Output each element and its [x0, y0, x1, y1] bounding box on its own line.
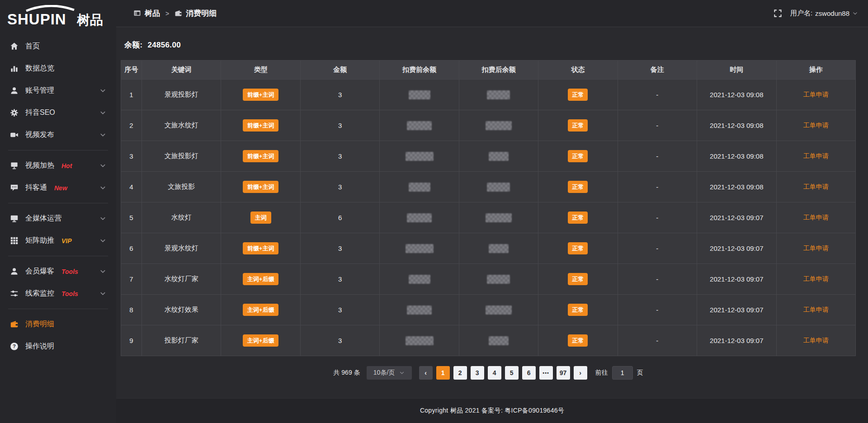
page-button-5[interactable]: 5 — [505, 366, 519, 380]
breadcrumb-item-app[interactable]: 树品 — [133, 8, 160, 19]
cell-action[interactable]: 工单申请 — [776, 233, 856, 264]
page-button-3[interactable]: 3 — [471, 366, 484, 380]
breadcrumb-separator: > — [165, 10, 169, 17]
cell-remark: - — [618, 202, 697, 233]
chevron-down-icon — [99, 132, 106, 138]
table-row: 7水纹灯厂家主词+后缀3正常-2021-12-03 09:07工单申请 — [121, 264, 856, 295]
cell-action[interactable]: 工单申请 — [776, 202, 856, 233]
page-size-select[interactable]: 10条/页 — [367, 366, 412, 380]
chevron-down-icon — [99, 109, 106, 116]
cell-keyword: 文旅水纹灯 — [142, 110, 221, 141]
sidebar-item-help[interactable]: ?操作说明 — [0, 335, 116, 357]
breadcrumb: 树品 > 消费明细 — [133, 8, 217, 19]
balance-value: 24856.00 — [148, 41, 181, 49]
cell-action[interactable]: 工单申请 — [776, 110, 856, 141]
cell-balance-before — [380, 80, 459, 110]
cell-action[interactable]: 工单申请 — [776, 264, 856, 295]
breadcrumb-item-current[interactable]: 消费明细 — [175, 8, 217, 19]
cell-index: 6 — [121, 233, 142, 264]
cell-balance-before — [380, 233, 459, 264]
ticket-request-link[interactable]: 工单申请 — [803, 244, 829, 252]
user-menu[interactable]: 用户名: zswodun88 — [790, 9, 858, 18]
ticket-request-link[interactable]: 工单申请 — [803, 122, 829, 129]
ticket-request-link[interactable]: 工单申请 — [803, 337, 829, 344]
ticket-request-link[interactable]: 工单申请 — [803, 152, 829, 160]
cell-action[interactable]: 工单申请 — [776, 141, 856, 172]
sidebar-item-douyin-seo[interactable]: 抖音SEO — [0, 102, 116, 124]
cell-status: 正常 — [538, 202, 618, 233]
cell-time: 2021-12-03 09:07 — [697, 325, 776, 356]
cell-index: 2 — [121, 110, 142, 141]
sidebar-item-video-publish[interactable]: 视频发布 — [0, 124, 116, 146]
menu-divider — [8, 203, 108, 203]
sidebar-item-home[interactable]: 首页 — [0, 35, 116, 57]
type-badge: 主词 — [250, 212, 271, 224]
cell-keyword: 水纹灯效果 — [142, 295, 221, 325]
page-button-4[interactable]: 4 — [488, 366, 501, 380]
cell-balance-after — [459, 264, 538, 295]
sidebar-item-douketong[interactable]: 抖客通New — [0, 177, 116, 199]
prev-page-button[interactable]: ‹ — [419, 366, 433, 380]
cell-amount: 3 — [300, 141, 379, 172]
cell-status: 正常 — [538, 264, 618, 295]
cell-time: 2021-12-03 09:07 — [697, 295, 776, 325]
ticket-request-link[interactable]: 工单申请 — [803, 91, 829, 98]
cell-index: 9 — [121, 325, 142, 356]
sidebar-item-label: 抖音SEO — [25, 108, 55, 118]
dashboard-icon — [133, 9, 141, 17]
sidebar-item-member-baoke[interactable]: 会员爆客Tools — [0, 260, 116, 282]
sidebar-item-data-overview[interactable]: 数据总览 — [0, 57, 116, 80]
sidebar-item-video-heat[interactable]: 视频加热Hot — [0, 155, 116, 177]
chevron-down-icon — [99, 215, 106, 222]
member-icon — [10, 267, 19, 276]
ticket-request-link[interactable]: 工单申请 — [803, 275, 829, 282]
sidebar-item-media-operation[interactable]: 全媒体运营 — [0, 207, 116, 230]
cell-index: 4 — [121, 172, 142, 202]
ticket-request-link[interactable]: 工单申请 — [803, 183, 829, 190]
sidebar-item-label: 消费明细 — [25, 320, 54, 329]
ticket-request-link[interactable]: 工单申请 — [803, 306, 829, 313]
goto-page-input[interactable] — [612, 366, 633, 380]
cell-action[interactable]: 工单申请 — [776, 80, 856, 110]
page-button-1[interactable]: 1 — [436, 366, 450, 380]
status-badge: 正常 — [568, 150, 588, 162]
main-area: 树品 > 消费明细 用户名: zswodun88 — [116, 0, 868, 423]
sidebar-item-clue-monitor[interactable]: 线索监控Tools — [0, 282, 116, 305]
chevron-down-icon — [99, 237, 106, 244]
app-root: SHUPIN 树品 首页数据总览账号管理抖音SEO视频发布视频加热Hot抖客通N… — [0, 0, 868, 423]
status-badge: 正常 — [568, 273, 588, 285]
breadcrumb-label: 树品 — [145, 8, 160, 19]
cell-type: 前缀+主词 — [221, 80, 300, 110]
pagination-total: 共 969 条 — [333, 369, 360, 377]
column-header: 操作 — [776, 61, 856, 80]
page-button-2[interactable]: 2 — [453, 366, 467, 380]
cell-balance-after — [459, 172, 538, 202]
sidebar-item-consume-detail[interactable]: 消费明细 — [0, 313, 116, 335]
cell-time: 2021-12-03 09:08 — [697, 141, 776, 172]
brand-logo-graphic: SHUPIN 树品 — [6, 5, 109, 28]
ticket-request-link[interactable]: 工单申请 — [803, 214, 829, 221]
sidebar-item-account-manage[interactable]: 账号管理 — [0, 80, 116, 102]
balance: 余额: 24856.00 — [124, 40, 856, 50]
balance-label: 余额: — [124, 41, 143, 49]
masked-value — [487, 275, 510, 284]
sidebar-item-matrix-boost[interactable]: 矩阵助推VIP — [0, 230, 116, 252]
cell-action[interactable]: 工单申请 — [776, 295, 856, 325]
cell-status: 正常 — [538, 172, 618, 202]
chat-icon — [10, 183, 19, 192]
cell-action[interactable]: 工单申请 — [776, 172, 856, 202]
column-header: 关键词 — [142, 61, 221, 80]
cell-balance-before — [380, 325, 459, 356]
fullscreen-icon[interactable] — [774, 9, 782, 18]
username-label: 用户名: — [790, 9, 812, 18]
user-box: 用户名: zswodun88 — [774, 9, 858, 18]
sidebar-item-tag: Tools — [61, 290, 78, 297]
cell-action[interactable]: 工单申请 — [776, 325, 856, 356]
page-button-97[interactable]: 97 — [557, 366, 570, 380]
cell-type: 前缀+主词 — [221, 141, 300, 172]
pagination-ellipsis[interactable]: ••• — [539, 366, 553, 380]
next-page-button[interactable]: › — [574, 366, 587, 380]
sidebar-item-label: 矩阵助推 — [25, 236, 54, 245]
page-button-6[interactable]: 6 — [522, 366, 536, 380]
table-row: 8水纹灯效果主词+后缀3正常-2021-12-03 09:07工单申请 — [121, 295, 856, 325]
